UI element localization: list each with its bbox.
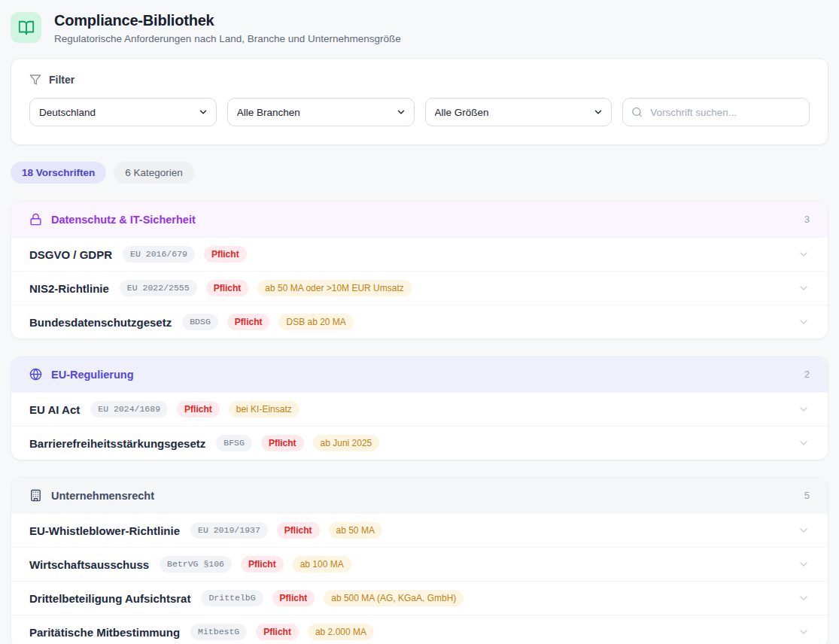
regulation-code-badge: DrittelbG	[201, 590, 263, 606]
category-name: Unternehmensrecht	[51, 490, 154, 502]
category-card: EU-Regulierung2EU AI ActEU 2024/1689Pfli…	[11, 356, 828, 460]
regulations-count-badge[interactable]: 18 Vorschriften	[11, 162, 106, 184]
category-card: Unternehmensrecht5EU-Whistleblower-Richt…	[11, 477, 828, 644]
open-book-icon	[11, 12, 41, 43]
condition-badge: ab 50 MA oder >10M EUR Umsatz	[257, 280, 411, 296]
condition-badge: DSB ab 20 MA	[278, 314, 353, 330]
industry-select[interactable]: Alle Branchen	[227, 98, 415, 126]
regulation-row[interactable]: BundesdatenschutzgesetzBDSGPflichtDSB ab…	[11, 305, 828, 339]
chevron-down-icon	[798, 626, 810, 638]
regulation-title: Bundesdatenschutzgesetz	[29, 316, 172, 329]
regulation-row[interactable]: WirtschaftsausschussBetrVG §106Pflichtab…	[11, 547, 828, 581]
obligation-badge: Pflicht	[277, 522, 320, 539]
regulation-title: Barrierefreiheitsstärkungsgesetz	[29, 437, 205, 450]
regulation-code-badge: MitbestG	[190, 624, 247, 640]
chevron-down-icon	[798, 248, 810, 260]
industry-select-wrap: Alle Branchen	[227, 98, 415, 126]
regulation-title: EU-Whistleblower-Richtlinie	[29, 524, 180, 537]
regulation-code-badge: EU 2016/679	[123, 246, 195, 263]
condition-badge: bei KI-Einsatz	[229, 401, 299, 418]
country-select-wrap: Deutschland	[29, 98, 217, 126]
country-select[interactable]: Deutschland	[29, 98, 217, 126]
regulation-code-badge: EU 2019/1937	[190, 522, 268, 539]
obligation-badge: Pflicht	[227, 314, 270, 330]
obligation-badge: Pflicht	[177, 401, 220, 418]
regulation-row[interactable]: DSGVO / GDPREU 2016/679Pflicht	[11, 237, 828, 271]
category-header[interactable]: Unternehmensrecht5	[11, 478, 828, 513]
condition-badge: ab 50 MA	[329, 522, 382, 539]
chevron-down-icon	[798, 316, 810, 328]
obligation-badge: Pflicht	[204, 246, 247, 263]
size-select-wrap: Alle Größen	[425, 98, 613, 126]
funnel-icon	[29, 74, 41, 86]
chevron-down-icon	[798, 558, 810, 570]
search-input[interactable]	[622, 98, 810, 126]
regulation-title: DSGVO / GDPR	[29, 248, 112, 261]
chevron-down-icon	[798, 437, 810, 449]
category-name: EU-Regulierung	[51, 369, 134, 381]
condition-badge: ab 500 MA (AG, KGaA, GmbH)	[324, 590, 464, 606]
regulation-title: Paritätische Mitbestimmung	[29, 626, 180, 639]
condition-badge: ab 2.000 MA	[308, 624, 374, 640]
regulation-code-badge: BFSG	[216, 435, 252, 451]
category-count: 5	[804, 490, 810, 501]
regulation-row[interactable]: BarrierefreiheitsstärkungsgesetzBFSGPfli…	[11, 426, 828, 460]
regulation-code-badge: BetrVG §106	[160, 556, 232, 573]
page-title: Compliance-Bibliothek	[54, 12, 401, 29]
obligation-badge: Pflicht	[206, 280, 249, 296]
filter-panel-header: Filter	[29, 74, 810, 86]
chevron-down-icon	[798, 403, 810, 415]
category-list: Datenschutz & IT-Sicherheit3DSGVO / GDPR…	[11, 201, 828, 644]
regulation-code-badge: EU 2024/1689	[90, 401, 168, 418]
categories-count-badge[interactable]: 6 Kategorien	[114, 162, 194, 184]
regulation-row[interactable]: EU-Whistleblower-RichtlinieEU 2019/1937P…	[11, 513, 828, 547]
obligation-badge: Pflicht	[272, 590, 315, 606]
chevron-down-icon	[798, 592, 810, 604]
category-header[interactable]: EU-Regulierung2	[11, 357, 828, 392]
filter-panel: Filter Deutschland Alle Branchen Alle Gr…	[11, 58, 828, 145]
page-subtitle: Regulatorische Anforderungen nach Land, …	[54, 33, 401, 44]
regulation-row[interactable]: Paritätische MitbestimmungMitbestGPflich…	[11, 615, 828, 644]
filter-controls: Deutschland Alle Branchen Alle Größen	[29, 98, 810, 126]
condition-badge: ab 100 MA	[293, 556, 351, 573]
search-wrap	[622, 98, 810, 126]
lock-icon	[29, 213, 42, 226]
filter-label: Filter	[49, 74, 74, 86]
category-card: Datenschutz & IT-Sicherheit3DSGVO / GDPR…	[11, 201, 828, 339]
building-icon	[29, 489, 42, 502]
regulation-title: NIS2-Richtlinie	[29, 282, 109, 295]
globe-icon	[29, 368, 42, 381]
app-header: Compliance-Bibliothek Regulatorische Anf…	[11, 0, 828, 44]
summary-chips: 18 Vorschriften 6 Kategorien	[11, 162, 828, 184]
page: Compliance-Bibliothek Regulatorische Anf…	[0, 0, 839, 644]
regulation-code-badge: EU 2022/2555	[120, 280, 197, 296]
category-header[interactable]: Datenschutz & IT-Sicherheit3	[11, 202, 828, 237]
condition-badge: ab Juni 2025	[313, 435, 380, 451]
regulation-row[interactable]: Drittelbeteiligung AufsichtsratDrittelbG…	[11, 581, 828, 615]
regulation-title: Drittelbeteiligung Aufsichtsrat	[29, 592, 190, 605]
obligation-badge: Pflicht	[261, 435, 304, 451]
chevron-down-icon	[798, 524, 810, 536]
regulation-code-badge: BDSG	[182, 314, 218, 330]
regulation-title: EU AI Act	[29, 403, 80, 416]
regulation-title: Wirtschaftsausschuss	[29, 558, 149, 571]
obligation-badge: Pflicht	[241, 556, 284, 573]
obligation-badge: Pflicht	[256, 624, 299, 640]
category-count: 3	[804, 214, 810, 225]
chevron-down-icon	[798, 282, 810, 294]
category-name: Datenschutz & IT-Sicherheit	[51, 214, 196, 226]
category-count: 2	[804, 369, 810, 380]
regulation-row[interactable]: EU AI ActEU 2024/1689Pflichtbei KI-Einsa…	[11, 392, 828, 426]
size-select[interactable]: Alle Größen	[425, 98, 613, 126]
regulation-row[interactable]: NIS2-RichtlinieEU 2022/2555Pflichtab 50 …	[11, 271, 828, 305]
header-text: Compliance-Bibliothek Regulatorische Anf…	[54, 12, 401, 44]
